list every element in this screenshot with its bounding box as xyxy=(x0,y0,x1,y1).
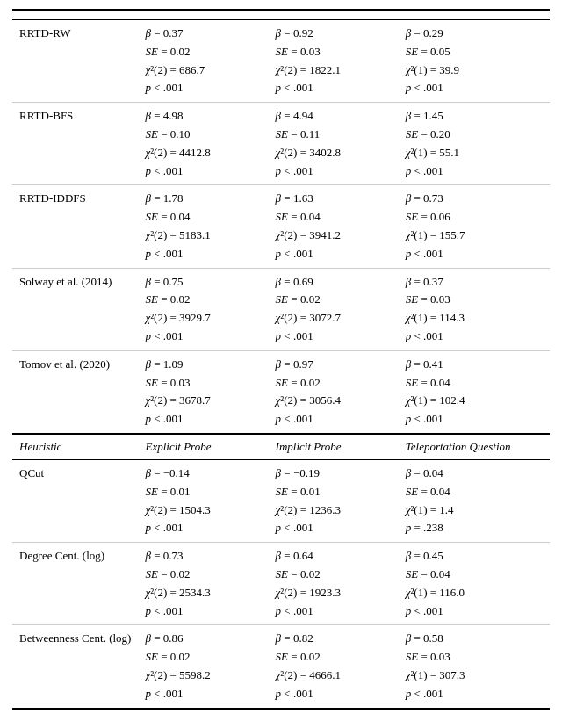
explicit-cell: β = 0.75SE = 0.02χ²(2) = 3929.7p < .001 xyxy=(138,268,268,350)
algo-name: Betweenness Cent. (log) xyxy=(12,625,138,709)
teleport-cell: β = 0.73SE = 0.06χ²(1) = 155.7p < .001 xyxy=(399,185,550,268)
header-col0 xyxy=(12,10,138,20)
section-label-col3: Teleportation Question xyxy=(399,434,550,460)
algo-name: RRTD-RW xyxy=(12,20,138,103)
implicit-cell: β = 0.64SE = 0.02χ²(2) = 1923.3p < .001 xyxy=(269,543,399,625)
teleport-cell: β = 0.41SE = 0.04χ²(1) = 102.4p < .001 xyxy=(399,350,550,434)
table-body-heuristic: Heuristic Explicit Probe Implicit Probe … xyxy=(12,434,550,709)
implicit-cell: β = 0.92SE = 0.03χ²(2) = 1822.1p < .001 xyxy=(269,20,399,103)
section-label-col0: Heuristic xyxy=(12,434,138,460)
algo-name: Solway et al. (2014) xyxy=(12,268,138,350)
algo-name: Tomov et al. (2020) xyxy=(12,350,138,434)
stats-table: RRTD-RW β = 0.37SE = 0.02χ²(2) = 686.7p … xyxy=(12,9,550,710)
explicit-cell: β = 0.86SE = 0.02χ²(2) = 5598.2p < .001 xyxy=(138,625,268,709)
algo-name: QCut xyxy=(12,459,138,542)
table-body-normative: RRTD-RW β = 0.37SE = 0.02χ²(2) = 686.7p … xyxy=(12,20,550,434)
explicit-cell: β = 1.09SE = 0.03χ²(2) = 3678.7p < .001 xyxy=(138,350,268,434)
table-header xyxy=(12,10,550,20)
implicit-cell: β = 0.97SE = 0.02χ²(2) = 3056.4p < .001 xyxy=(269,350,399,434)
table-row: Solway et al. (2014) β = 0.75SE = 0.02χ²… xyxy=(12,268,550,350)
table-row: Tomov et al. (2020) β = 1.09SE = 0.03χ²(… xyxy=(12,350,550,434)
explicit-cell: β = −0.14SE = 0.01χ²(2) = 1504.3p < .001 xyxy=(138,459,268,542)
header-col2 xyxy=(269,10,399,20)
table-row: QCut β = −0.14SE = 0.01χ²(2) = 1504.3p <… xyxy=(12,459,550,542)
teleport-cell: β = 0.37SE = 0.03χ²(1) = 114.3p < .001 xyxy=(399,268,550,350)
implicit-cell: β = 4.94SE = 0.11χ²(2) = 3402.8p < .001 xyxy=(269,103,399,185)
section-label-col1: Explicit Probe xyxy=(138,434,268,460)
table-row: Betweenness Cent. (log) β = 0.86SE = 0.0… xyxy=(12,625,550,709)
teleport-cell: β = 0.29SE = 0.05χ²(1) = 39.9p < .001 xyxy=(399,20,550,103)
implicit-cell: β = 0.82SE = 0.02χ²(2) = 4666.1p < .001 xyxy=(269,625,399,709)
algo-name: Degree Cent. (log) xyxy=(12,543,138,625)
table-row: RRTD-RW β = 0.37SE = 0.02χ²(2) = 686.7p … xyxy=(12,20,550,103)
algo-name: RRTD-BFS xyxy=(12,103,138,185)
explicit-cell: β = 0.73SE = 0.02χ²(2) = 2534.3p < .001 xyxy=(138,543,268,625)
explicit-cell: β = 0.37SE = 0.02χ²(2) = 686.7p < .001 xyxy=(138,20,268,103)
table-row: Degree Cent. (log) β = 0.73SE = 0.02χ²(2… xyxy=(12,543,550,625)
header-col3 xyxy=(399,10,550,20)
explicit-cell: β = 1.78SE = 0.04χ²(2) = 5183.1p < .001 xyxy=(138,185,268,268)
section-header-heuristic: Heuristic Explicit Probe Implicit Probe … xyxy=(12,434,550,460)
teleport-cell: β = 1.45SE = 0.20χ²(1) = 55.1p < .001 xyxy=(399,103,550,185)
teleport-cell: β = 0.04SE = 0.04χ²(1) = 1.4p = .238 xyxy=(399,459,550,542)
table-row: RRTD-BFS β = 4.98SE = 0.10χ²(2) = 4412.8… xyxy=(12,103,550,185)
implicit-cell: β = 0.69SE = 0.02χ²(2) = 3072.7p < .001 xyxy=(269,268,399,350)
table-row: RRTD-IDDFS β = 1.78SE = 0.04χ²(2) = 5183… xyxy=(12,185,550,268)
header-col1 xyxy=(138,10,268,20)
teleport-cell: β = 0.45SE = 0.04χ²(1) = 116.0p < .001 xyxy=(399,543,550,625)
teleport-cell: β = 0.58SE = 0.03χ²(1) = 307.3p < .001 xyxy=(399,625,550,709)
algo-name: RRTD-IDDFS xyxy=(12,185,138,268)
explicit-cell: β = 4.98SE = 0.10χ²(2) = 4412.8p < .001 xyxy=(138,103,268,185)
implicit-cell: β = 1.63SE = 0.04χ²(2) = 3941.2p < .001 xyxy=(269,185,399,268)
section-label-col2: Implicit Probe xyxy=(269,434,399,460)
implicit-cell: β = −0.19SE = 0.01χ²(2) = 1236.3p < .001 xyxy=(269,459,399,542)
